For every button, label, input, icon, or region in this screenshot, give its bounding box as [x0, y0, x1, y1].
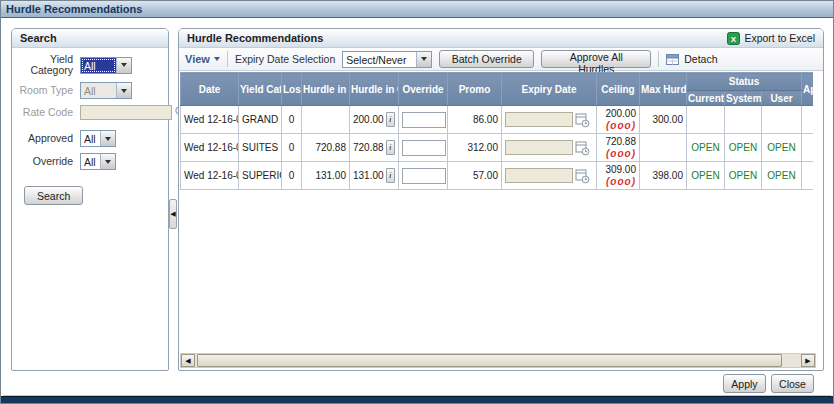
table-row[interactable]: Wed 12-16-09 GRAND 0 200.00 i 86.00 — [181, 106, 814, 134]
expiry-date-selection-label: Expiry Date Selection — [235, 53, 335, 65]
column-header-los[interactable]: Los — [282, 73, 302, 106]
window-title: Hurdle Recommendations — [6, 3, 142, 15]
export-to-excel-label: Export to Excel — [744, 32, 815, 44]
approved-select[interactable]: All — [80, 130, 116, 147]
info-button[interactable]: i — [386, 140, 395, 155]
cell-expiry-date — [502, 106, 597, 134]
cell-status-current: OPEN — [687, 162, 725, 190]
cell-hurdle-opera: 720.88 — [302, 134, 350, 162]
cell-promo: 312.00 — [448, 134, 502, 162]
toolbar-separator — [227, 51, 228, 67]
search-button[interactable]: Search — [24, 186, 83, 205]
view-menu-button[interactable]: View — [185, 53, 220, 65]
yield-category-row: Yield Category All — [16, 54, 164, 76]
dropdown-arrow-icon[interactable] — [116, 58, 131, 73]
cell-hurdle-orms: 200.00 i — [350, 106, 399, 134]
rate-code-row: Rate Code — [16, 105, 164, 120]
cell-max-hurdle: 398.00 — [640, 162, 687, 190]
expiry-date-selection-select[interactable]: Select/Never — [342, 51, 432, 68]
table-toolbar: View Expiry Date Selection Select/Never … — [179, 48, 823, 71]
toolbar-separator — [658, 51, 659, 67]
cell-los: 0 — [282, 134, 302, 162]
hurdle-recommendations-window: Hurdle Recommendations Search Yield Cate… — [0, 0, 834, 404]
cell-max-hurdle: 300.00 — [640, 106, 687, 134]
hurdle-orms-value: 131.00 — [353, 170, 384, 181]
column-header-hurdle-in-opera[interactable]: Hurdle in Opera — [302, 73, 350, 106]
room-type-row: Room Type All — [16, 82, 164, 99]
approved-value: All — [81, 131, 100, 146]
override-select[interactable]: All — [80, 153, 116, 170]
dropdown-arrow-icon[interactable] — [416, 52, 431, 67]
column-header-ceiling[interactable]: Ceiling — [597, 73, 640, 106]
detach-icon — [666, 53, 680, 66]
table-row[interactable]: Wed 12-16-09 SUITES 0 720.88 720.88 i 31… — [181, 134, 814, 162]
excel-icon: X — [727, 32, 740, 45]
scrollbar-thumb[interactable] — [197, 354, 782, 367]
column-header-date[interactable]: Date — [181, 73, 239, 106]
ceiling-value: 720.88 — [605, 136, 636, 147]
dropdown-arrow-icon — [116, 83, 131, 98]
dropdown-arrow-icon[interactable] — [100, 131, 115, 146]
rate-code-input[interactable] — [80, 105, 172, 120]
scroll-left-arrow[interactable]: ◀ — [181, 354, 195, 367]
override-input[interactable] — [402, 140, 446, 156]
override-input[interactable] — [402, 112, 446, 128]
cell-los: 0 — [282, 106, 302, 134]
override-row: Override All — [16, 153, 164, 170]
apply-button[interactable]: Apply — [723, 374, 766, 393]
scroll-right-arrow[interactable]: ▶ — [801, 354, 815, 367]
detach-button[interactable]: Detach — [666, 53, 717, 66]
yield-category-value: All — [81, 58, 116, 73]
column-header-approve-clipped[interactable]: Ap — [802, 73, 814, 106]
yield-category-select[interactable]: All — [80, 57, 132, 74]
room-type-label: Room Type — [16, 85, 73, 96]
override-input[interactable] — [402, 168, 446, 184]
column-header-hurdle-in-orms[interactable]: Hurdle in ORMS — [350, 73, 399, 106]
table-row[interactable]: Wed 12-16-09 SUPERIOR 0 131.00 131.00 i … — [181, 162, 814, 190]
collapse-arrow-icon: ◀ — [170, 210, 175, 218]
date-picker-icon[interactable] — [575, 140, 590, 156]
cell-hurdle-opera — [302, 106, 350, 134]
date-picker-icon[interactable] — [575, 112, 590, 128]
cell-override — [399, 162, 448, 190]
view-menu-label: View — [185, 53, 210, 65]
column-header-override[interactable]: Override — [399, 73, 448, 106]
cell-date: Wed 12-16-09 — [181, 106, 239, 134]
override-value: All — [81, 154, 100, 169]
date-picker-icon[interactable] — [575, 168, 590, 184]
close-button[interactable]: Close — [771, 374, 814, 393]
ceiling-value: 200.00 — [605, 108, 636, 119]
column-header-expiry-date[interactable]: Expiry Date — [502, 73, 597, 106]
column-header-max-hurdle[interactable]: Max Hurdle — [640, 73, 687, 106]
rate-code-label: Rate Code — [16, 107, 73, 118]
cell-status-current — [687, 106, 725, 134]
cell-status-user: OPEN — [762, 162, 802, 190]
cell-expiry-date — [502, 134, 597, 162]
horizontal-scrollbar[interactable]: ◀ ▶ — [180, 353, 816, 368]
panel-collapse-handle[interactable]: ◀ — [169, 199, 177, 229]
expiry-date-input[interactable] — [505, 140, 573, 155]
cell-status-system: OPEN — [725, 162, 762, 190]
column-header-promo[interactable]: Promo — [448, 73, 502, 106]
expiry-date-selection-value: Select/Never — [343, 52, 416, 67]
cell-los: 0 — [282, 162, 302, 190]
column-header-status-current[interactable]: Current — [687, 91, 725, 106]
expiry-date-input[interactable] — [505, 112, 573, 127]
cell-ceiling: 200.00 (ooo) — [597, 106, 640, 134]
info-button[interactable]: i — [386, 168, 395, 183]
expiry-date-input[interactable] — [505, 168, 573, 183]
approve-all-hurdles-button[interactable]: Approve All Hurdles — [541, 50, 651, 68]
column-header-status-user[interactable]: User — [762, 91, 802, 106]
search-panel-header: Search — [12, 29, 168, 48]
cell-ceiling: 720.88 (ooo) — [597, 134, 640, 162]
cell-status-current: OPEN — [687, 134, 725, 162]
info-button[interactable]: i — [386, 112, 395, 127]
column-header-status-system[interactable]: System — [725, 91, 762, 106]
export-to-excel-button[interactable]: X Export to Excel — [727, 32, 815, 45]
batch-override-button[interactable]: Batch Override — [439, 50, 534, 68]
dropdown-arrow-icon[interactable] — [100, 154, 115, 169]
hurdle-table: Date Yield Category Los Hurdle in Opera … — [180, 72, 813, 353]
hurdle-orms-value: 200.00 — [353, 114, 384, 125]
detach-label: Detach — [684, 53, 717, 65]
column-header-yield-category[interactable]: Yield Category — [239, 73, 282, 106]
